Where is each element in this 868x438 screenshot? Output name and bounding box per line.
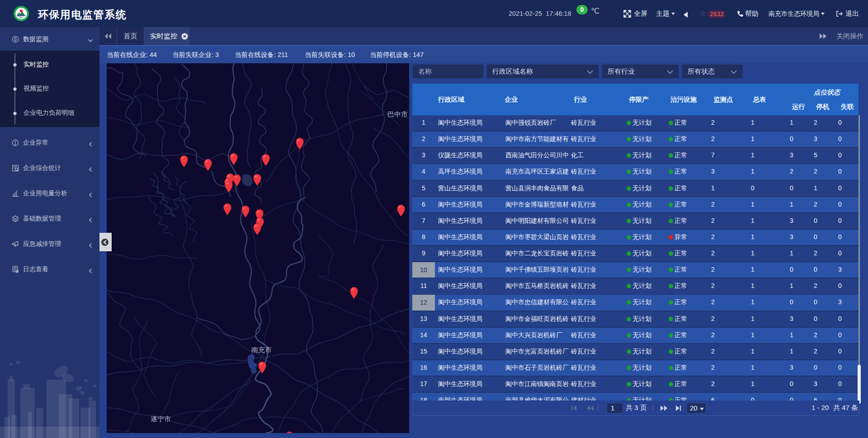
- svg-text:巴中市: 巴中市: [387, 110, 408, 118]
- svg-text:遂宁市: 遂宁市: [151, 415, 171, 423]
- svg-text:南充市: 南充市: [251, 346, 272, 353]
